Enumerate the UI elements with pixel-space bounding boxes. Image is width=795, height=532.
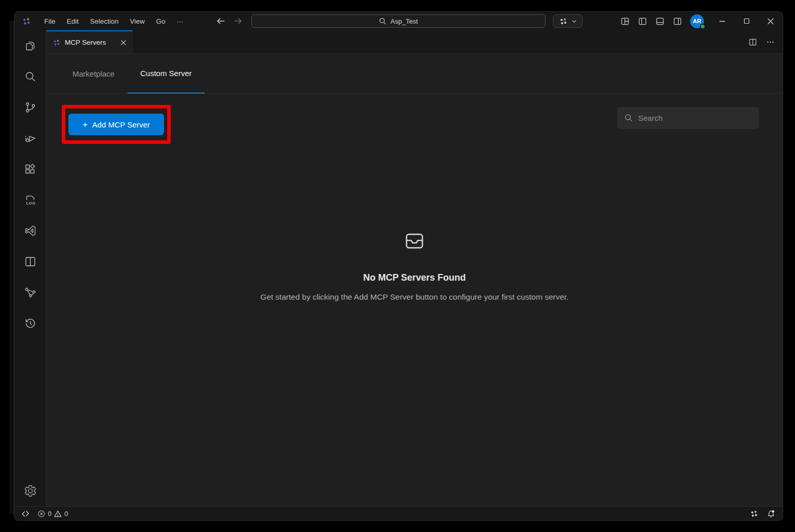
maximize-icon[interactable] [734, 12, 758, 30]
empty-state-description: Get started by clicking the Add MCP Serv… [260, 291, 568, 304]
copilot-dropdown-button[interactable] [553, 14, 583, 28]
title-bar: File Edit Selection View Go ··· [14, 12, 783, 30]
svg-text:LOG: LOG [26, 201, 35, 206]
run-debug-icon[interactable] [14, 123, 46, 154]
editor-area: MCP Servers [46, 30, 783, 506]
history-icon[interactable] [14, 308, 46, 339]
chevron-down-icon [571, 19, 577, 24]
error-icon [38, 510, 45, 518]
page-tabs: Marketplace Custom Server [46, 54, 783, 94]
background-window-sliver [9, 21, 14, 514]
activity-bar: LOG [14, 30, 46, 506]
tab-custom-server[interactable]: Custom Server [128, 54, 205, 94]
toggle-secondary-sidebar-icon[interactable] [670, 13, 685, 29]
search-icon [624, 114, 633, 122]
warning-count: 0 [64, 510, 68, 518]
extensions-icon[interactable] [14, 154, 46, 185]
close-icon[interactable] [120, 39, 127, 46]
titlebar-right: AR [616, 12, 783, 30]
problems-indicator[interactable]: 0 0 [33, 507, 72, 520]
search-icon[interactable] [14, 61, 46, 92]
tab-mcp-servers[interactable]: MCP Servers [46, 30, 133, 53]
error-count: 0 [48, 510, 51, 518]
status-bar: 0 0 [14, 506, 783, 520]
page-toolbar: + Add MCP Server [46, 94, 783, 155]
server-search-box[interactable] [617, 107, 759, 129]
account-avatar[interactable]: AR [690, 14, 704, 28]
online-status-dot [700, 24, 706, 29]
server-search-input[interactable] [638, 114, 752, 122]
back-arrow-icon[interactable] [214, 15, 227, 27]
log-icon[interactable]: LOG [14, 185, 46, 215]
visual-studio-icon[interactable] [14, 215, 46, 246]
app-window: File Edit Selection View Go ··· [14, 11, 783, 521]
pipeline-icon[interactable] [14, 277, 46, 308]
editor-tab-bar: MCP Servers [46, 30, 783, 54]
annotation-highlight-box: + Add MCP Server [62, 105, 171, 144]
menu-selection[interactable]: Selection [84, 15, 124, 28]
explorer-icon[interactable] [14, 30, 46, 61]
more-actions-icon[interactable] [763, 35, 778, 49]
source-control-icon[interactable] [14, 92, 46, 123]
close-icon[interactable] [758, 12, 783, 30]
empty-state: No MCP Servers Found Get started by clic… [46, 230, 783, 304]
command-center-search[interactable]: Asp_Test [251, 14, 546, 28]
forward-arrow-icon[interactable] [232, 15, 244, 27]
menu-file[interactable]: File [39, 15, 61, 28]
add-mcp-server-label: Add MCP Server [92, 120, 150, 129]
toggle-panel-icon[interactable] [652, 13, 667, 29]
command-center-value: Asp_Test [390, 17, 418, 25]
remote-indicator[interactable] [17, 507, 33, 520]
app-logo-icon [22, 16, 31, 26]
menu-edit[interactable]: Edit [61, 15, 84, 28]
mcp-logo-icon [559, 17, 568, 26]
statusbar-right [746, 507, 780, 520]
search-icon [379, 17, 387, 25]
remote-icon [22, 510, 29, 518]
menu-view[interactable]: View [124, 15, 151, 28]
warning-icon [54, 510, 62, 518]
mcp-logo-icon[interactable] [746, 507, 763, 520]
editor-actions [746, 30, 783, 53]
settings-gear-icon[interactable] [14, 475, 46, 506]
minimize-icon[interactable] [710, 12, 734, 30]
book-icon[interactable] [14, 246, 46, 277]
mcp-logo-icon [52, 39, 61, 47]
main-area: LOG [14, 30, 783, 506]
command-center-group: Asp_Test [214, 12, 583, 30]
empty-state-title: No MCP Servers Found [363, 272, 466, 283]
mcp-servers-page: Marketplace Custom Server + Add MCP Serv… [46, 54, 783, 506]
tab-title: MCP Servers [65, 39, 116, 46]
notifications-bell-icon[interactable] [763, 507, 780, 520]
plus-icon: + [82, 120, 87, 129]
inbox-icon [404, 230, 425, 252]
tab-marketplace[interactable]: Marketplace [60, 54, 128, 94]
split-editor-icon[interactable] [746, 35, 760, 49]
menu-overflow[interactable]: ··· [171, 15, 190, 28]
history-nav [214, 15, 244, 27]
toggle-sidebar-icon[interactable] [635, 13, 650, 29]
customize-layout-icon[interactable] [617, 13, 633, 29]
menu-go[interactable]: Go [151, 15, 171, 28]
add-mcp-server-button[interactable]: + Add MCP Server [68, 114, 164, 135]
menu-bar: File Edit Selection View Go ··· [39, 15, 189, 28]
